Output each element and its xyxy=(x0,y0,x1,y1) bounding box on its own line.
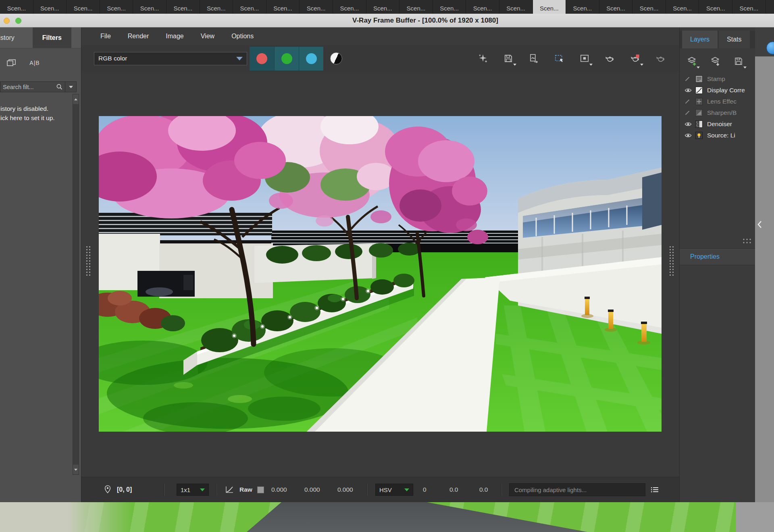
panel-resize-grip[interactable] xyxy=(742,238,752,244)
blue-value: 0.000 xyxy=(337,486,360,493)
save-image-icon[interactable] xyxy=(500,50,516,67)
tab-stats[interactable]: Stats xyxy=(719,31,749,48)
scene-tab[interactable]: Scen... xyxy=(33,0,67,14)
scene-tab[interactable]: Scen... xyxy=(433,0,466,14)
green-channel-button[interactable] xyxy=(274,47,299,71)
render-last-icon[interactable] xyxy=(653,50,669,67)
layer-row[interactable]: Display Corre xyxy=(680,85,755,96)
scene-tab[interactable]: Scen... xyxy=(100,0,133,14)
viewport-right-edge xyxy=(736,502,774,532)
menu-view[interactable]: View xyxy=(192,33,223,40)
layer-row[interactable]: Source: Li xyxy=(680,130,755,141)
scene-tab[interactable]: Scen... xyxy=(67,0,100,14)
scene-tab[interactable]: Scen... xyxy=(166,0,200,14)
scene-tab[interactable]: Scen... xyxy=(466,0,499,14)
visibility-eye-icon[interactable] xyxy=(685,133,695,138)
display-correction-curve-icon[interactable] xyxy=(225,486,234,494)
history-disabled-message[interactable]: History is disabled. click here to set i… xyxy=(0,104,81,123)
chevron-down-icon xyxy=(697,66,700,69)
render-image[interactable] xyxy=(99,116,662,432)
visibility-disabled-icon[interactable] xyxy=(685,99,695,104)
vfb-statusbar: [0, 0] 1x1 Raw 0.000 0.000 0.000 HSV 0 0… xyxy=(81,477,679,502)
screen: Scen...Scen...Scen...Scen...Scen...Scen.… xyxy=(0,0,774,532)
scene-tab[interactable]: Scen... xyxy=(300,0,333,14)
light-source-icon xyxy=(695,131,703,139)
scene-tab[interactable]: Scen... xyxy=(200,0,233,14)
scene-tab[interactable]: Scen... xyxy=(499,0,533,14)
visibility-disabled-icon[interactable] xyxy=(685,76,695,82)
create-layer-icon[interactable] xyxy=(685,54,699,69)
scene-tab[interactable]: Scen... xyxy=(133,0,166,14)
save-to-history-icon[interactable] xyxy=(3,56,19,70)
scene-tab[interactable]: Scen... xyxy=(732,0,766,14)
scene-tab[interactable]: Scen... xyxy=(399,0,433,14)
properties-tab[interactable]: Properties xyxy=(680,248,755,265)
scroll-down-icon[interactable] xyxy=(73,465,79,474)
region-render-icon[interactable] xyxy=(576,50,593,67)
collapse-panel-chevron[interactable] xyxy=(757,220,762,229)
menu-options[interactable]: Options xyxy=(223,33,262,40)
statusbar-separator xyxy=(501,484,502,496)
load-layers-icon[interactable] xyxy=(708,54,722,69)
window-titlebar[interactable]: V-Ray Frame Buffer - [100.0% of 1920 x 1… xyxy=(0,14,774,27)
tab-filters[interactable]: Filters xyxy=(33,27,71,48)
export-image-icon[interactable] xyxy=(526,50,542,67)
vray-frame-buffer-window: History Filters A|B Search filt... Histo… xyxy=(0,27,774,502)
scene-tab[interactable]: Scen... xyxy=(366,0,400,14)
scene-tab[interactable]: Scen... xyxy=(599,0,633,14)
menu-image[interactable]: Image xyxy=(157,33,192,40)
color-space-select[interactable]: HSV xyxy=(375,484,413,496)
scene-tab[interactable]: Scen... xyxy=(266,0,300,14)
scene-tab[interactable]: Scen... xyxy=(633,0,666,14)
ab-compare-icon[interactable]: A|B xyxy=(27,56,43,70)
stamp-icon xyxy=(695,75,703,83)
search-options-dropdown[interactable] xyxy=(65,82,76,92)
interactive-render-icon[interactable] xyxy=(627,50,643,67)
chevron-down-icon xyxy=(404,488,409,491)
scene-tab[interactable]: Scen... xyxy=(699,0,732,14)
layer-row[interactable]: Stamp xyxy=(680,73,755,85)
blue-channel-button[interactable] xyxy=(299,47,323,71)
visibility-eye-icon[interactable] xyxy=(685,121,695,127)
render-teapot-icon[interactable] xyxy=(602,50,618,67)
visibility-eye-icon[interactable] xyxy=(685,87,695,93)
chevron-down-icon xyxy=(236,57,243,60)
search-placeholder: Search filt... xyxy=(0,84,56,90)
pixel-probe-pin-icon[interactable] xyxy=(104,485,111,495)
scroll-up-icon[interactable] xyxy=(73,94,79,104)
layer-row[interactable]: Lens Effec xyxy=(680,96,755,107)
channel-select-dropdown[interactable]: RGB color xyxy=(94,52,247,65)
menu-file[interactable]: File xyxy=(92,33,119,40)
lens-effects-icon xyxy=(695,98,703,106)
menu-render[interactable]: Render xyxy=(119,33,157,40)
scene-tab[interactable]: Scen... xyxy=(333,0,366,14)
tab-layers[interactable]: Layers xyxy=(682,31,718,48)
history-scrollbar[interactable] xyxy=(73,94,79,475)
red-channel-button[interactable] xyxy=(250,47,274,71)
scene-tab[interactable]: Scen... xyxy=(666,0,699,14)
lens-effects-icon[interactable] xyxy=(475,50,491,67)
chevron-down-icon xyxy=(640,64,643,66)
color-clamping-icon[interactable] xyxy=(330,52,342,64)
layer-label: Display Corre xyxy=(707,87,745,94)
scene-tab[interactable]: Scen... xyxy=(566,0,599,14)
left-splitter-grip[interactable] xyxy=(85,245,91,277)
zoom-select[interactable]: 1x1 xyxy=(177,484,209,496)
right-splitter-grip[interactable] xyxy=(669,245,674,277)
layer-row[interactable]: Sharpen/B xyxy=(680,107,755,118)
scene-tab[interactable]: Scen... xyxy=(533,0,566,14)
visibility-disabled-icon[interactable] xyxy=(685,110,695,116)
layer-row[interactable]: Denoiser xyxy=(680,118,755,130)
scene-tab[interactable]: Scen... xyxy=(0,0,33,14)
right-panel-tabbar: Layers Stats xyxy=(680,31,755,48)
raw-checkbox[interactable] xyxy=(257,486,264,493)
frame-buffer-main: FileRenderImageViewOptions RGB color xyxy=(81,27,679,502)
filter-search-input[interactable]: Search filt... xyxy=(0,81,77,92)
denoiser-icon xyxy=(695,120,703,128)
scene-tab[interactable]: Scen... xyxy=(233,0,266,14)
region-select-icon[interactable] xyxy=(551,50,567,67)
save-layers-icon[interactable] xyxy=(731,54,746,69)
statusbar-log-icon[interactable] xyxy=(648,483,662,497)
tab-history[interactable]: History xyxy=(0,27,15,48)
display-correction-icon xyxy=(695,86,703,94)
